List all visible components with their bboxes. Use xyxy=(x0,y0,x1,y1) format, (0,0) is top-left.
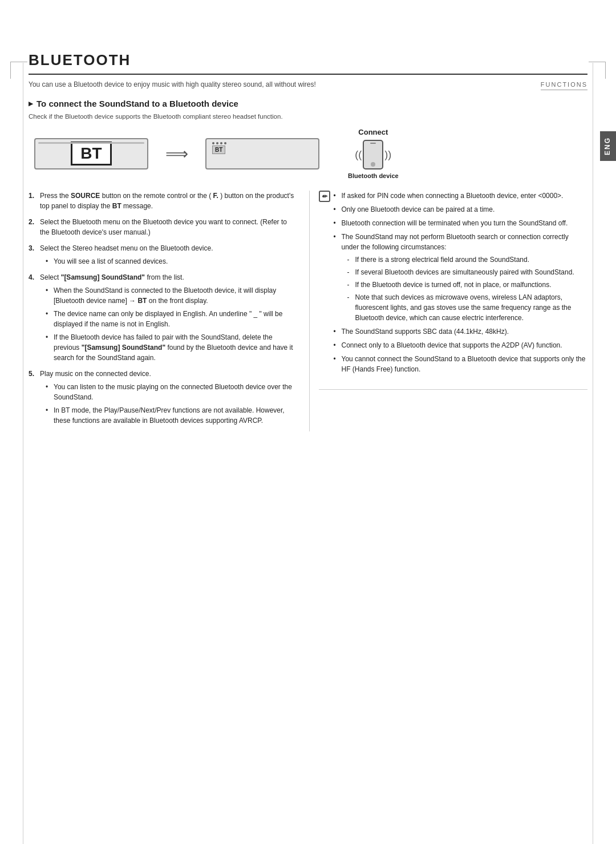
border-line-left xyxy=(23,63,23,844)
step4-bt-bold: BT xyxy=(137,297,147,305)
step4-bullet-2: The device name can only be displayed in… xyxy=(46,309,298,329)
right-bullet-5: The SoundStand supports SBC data (44.1kH… xyxy=(334,326,588,337)
step3-bullet-1: You will see a list of scanned devices. xyxy=(46,256,298,266)
dash-list: If there is a strong electrical field ar… xyxy=(347,255,588,323)
step-3: Select the Stereo headset menu on the Bl… xyxy=(29,243,298,266)
two-col-layout: Press the SOURCE button on the remote co… xyxy=(29,191,587,431)
device-display-box: BT xyxy=(205,138,319,169)
right-col-inner: ✏ If asked for PIN code when connecting … xyxy=(319,191,588,390)
right-column: ✏ If asked for PIN code when connecting … xyxy=(309,191,588,431)
step3-bullets: You will see a list of scanned devices. xyxy=(46,256,298,266)
step4-bullet-1: When the SoundStand is connected to the … xyxy=(46,285,298,306)
right-bullet-4: The SoundStand may not perform Bluetooth… xyxy=(334,232,588,323)
bt-display-box: BT xyxy=(34,138,148,169)
step1-bold-bt: BT xyxy=(112,202,121,210)
steps-list: Press the SOURCE button on the remote co… xyxy=(29,191,298,426)
connect-label: Connect xyxy=(358,128,388,136)
section-header: FUNCTIONS xyxy=(541,81,587,90)
main-content: BLUETOOTH You can use a Bluetooth device… xyxy=(29,51,587,431)
right-bullet-2: Only one Bluetooth device can be paired … xyxy=(334,204,588,215)
wave-left-icon: (( xyxy=(355,149,362,161)
border-line-right xyxy=(593,63,593,844)
dash-item-2: If several Bluetooth devices are simulta… xyxy=(347,267,588,277)
corner-mark-tr xyxy=(589,62,606,79)
dash-item-3: If the Bluetooth device is turned off, n… xyxy=(347,280,588,290)
note-icon: ✏ xyxy=(319,191,330,202)
step5-bullet-1: You can listen to the music playing on t… xyxy=(46,382,298,402)
bt-label: BT xyxy=(71,142,111,165)
arrow-icon: ⟹ xyxy=(165,144,188,163)
intro-text: You can use a Bluetooth device to enjoy … xyxy=(29,80,587,88)
sub-intro: Check if the Bluetooth device supports t… xyxy=(29,113,587,120)
right-bullets-list: If asked for PIN code when connecting a … xyxy=(334,191,588,378)
signal-waves: (( )) xyxy=(355,140,391,169)
section-heading: To connect the SoundStand to a Bluetooth… xyxy=(29,99,587,108)
step5-bullets: You can listen to the music playing on t… xyxy=(46,382,298,426)
step-2: Select the Bluetooth menu on the Bluetoo… xyxy=(29,217,298,237)
step4-bold: "[Samsung] SoundStand" xyxy=(61,273,145,281)
step1-bold-source: SOURCE xyxy=(71,192,100,200)
phone-icon xyxy=(363,140,383,169)
step1-bold-f: F. xyxy=(213,192,218,200)
eng-tab: ENG xyxy=(600,131,616,161)
right-bullet-6: Connect only to a Bluetooth device that … xyxy=(334,340,588,350)
corner-mark-tl xyxy=(10,62,27,79)
dash-item-4: Note that such devices as microwave oven… xyxy=(347,292,588,323)
right-bullet-1: If asked for PIN code when connecting a … xyxy=(334,191,588,201)
connect-section: Connect (( )) Bluetooth device xyxy=(348,128,399,179)
step5-bullet-2: In BT mode, the Play/Pause/Next/Prev fun… xyxy=(46,405,298,426)
left-column: Press the SOURCE button on the remote co… xyxy=(29,191,298,431)
page-wrapper: ENG FUNCTIONS BLUETOOTH You can use a Bl… xyxy=(0,51,616,844)
diagram-area: BT ⟹ BT Connect (( )) Bluetooth device xyxy=(29,128,587,179)
page-title: BLUETOOTH xyxy=(29,51,587,75)
right-bullet-3: Bluetooth connection will be terminated … xyxy=(334,218,588,228)
step4-bullet-3: If the Bluetooth device has failed to pa… xyxy=(46,332,298,363)
right-bullet-7: You cannot connect the SoundStand to a B… xyxy=(334,354,588,374)
display-bt-indicator: BT xyxy=(212,146,225,154)
step-4: Select "[Samsung] SoundStand" from the l… xyxy=(29,272,298,363)
bt-device-label: Bluetooth device xyxy=(348,172,399,179)
wave-right-icon: )) xyxy=(384,149,391,161)
step-5: Play music on the connected device. You … xyxy=(29,369,298,426)
step4-bullets: When the SoundStand is connected to the … xyxy=(46,285,298,363)
note-row: ✏ If asked for PIN code when connecting … xyxy=(319,191,588,378)
display-dots xyxy=(212,142,226,144)
dash-item-1: If there is a strong electrical field ar… xyxy=(347,255,588,265)
step4-ss-bold: "[Samsung] SoundStand" xyxy=(82,344,165,352)
step-1: Press the SOURCE button on the remote co… xyxy=(29,191,298,211)
